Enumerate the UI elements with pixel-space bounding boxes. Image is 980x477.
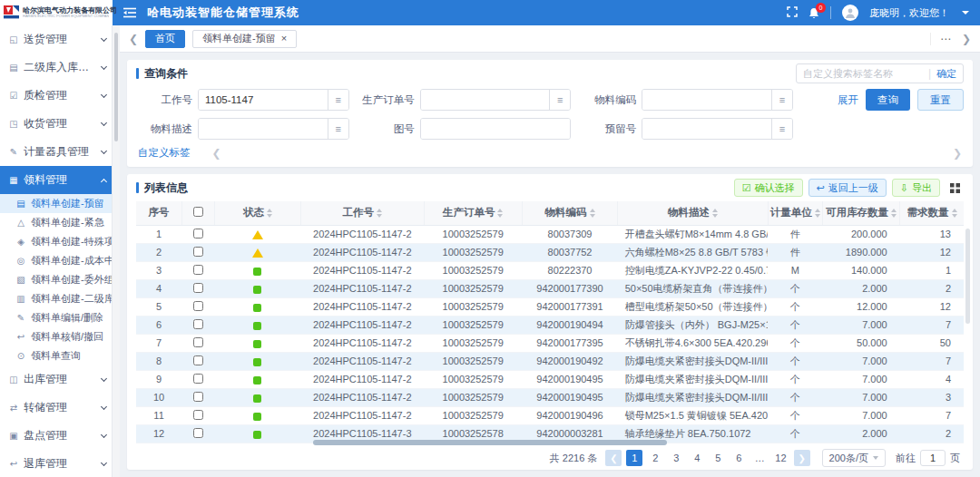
material-code-input[interactable]	[642, 90, 771, 110]
tabs-more-icon[interactable]: ⋯	[940, 33, 951, 45]
sidebar-item[interactable]: ◫出库管理	[0, 365, 112, 394]
sidebar-subitem[interactable]: ↩领料单核销/撤回	[0, 327, 112, 346]
reservation-number-input[interactable]	[642, 119, 771, 139]
table-row[interactable]: 102024HPC1105-1147-210003252579942000190…	[136, 388, 964, 406]
page-button-5[interactable]: 5	[710, 450, 726, 466]
sidebar-subitem[interactable]: ▧领料单创建-委外组件	[0, 270, 112, 289]
row-checkbox[interactable]	[193, 410, 203, 420]
sidebar-item[interactable]: ▣盘点管理	[0, 422, 112, 450]
sort-icon[interactable]	[590, 209, 595, 218]
column-header-order_no[interactable]: 生产订单号	[424, 201, 522, 225]
tag-search-confirm-button[interactable]: 确定	[936, 67, 956, 81]
row-checkbox[interactable]	[193, 265, 203, 275]
sidebar-item[interactable]: ⇄转储管理	[0, 394, 112, 422]
table-row[interactable]: 82024HPC1105-1147-2100032525799420001904…	[136, 352, 964, 370]
sidebar-scrollbar-thumb[interactable]	[114, 33, 118, 141]
sort-icon[interactable]	[267, 209, 272, 218]
sidebar-collapse-icon[interactable]	[123, 7, 136, 18]
column-header-unit[interactable]: 计量单位	[768, 201, 822, 225]
sidebar-subitem[interactable]: ⊙领料单查询	[0, 346, 112, 365]
filter-icon[interactable]: ≡	[771, 90, 792, 110]
sidebar-subitem[interactable]: ✎领料单编辑/删除	[0, 308, 112, 327]
prev-page-button[interactable]: ❮	[605, 450, 622, 466]
tags-scroll-left-icon[interactable]: ❮	[212, 147, 221, 160]
column-settings-icon[interactable]	[946, 179, 964, 197]
row-checkbox[interactable]	[193, 392, 203, 402]
work-number-input[interactable]	[199, 90, 328, 110]
sidebar-item[interactable]: ▦领料管理	[0, 166, 112, 194]
row-checkbox[interactable]	[193, 247, 203, 257]
sort-icon[interactable]	[815, 209, 820, 218]
row-checkbox[interactable]	[193, 355, 203, 365]
notification-bell-icon[interactable]: 0	[808, 7, 819, 19]
table-row[interactable]: 72024HPC1105-1147-2100032525799420001773…	[136, 334, 964, 352]
table-vertical-scrollbar[interactable]	[965, 229, 970, 324]
back-to-parent-button[interactable]: ↩返回上一级	[808, 179, 887, 197]
user-menu-caret-icon[interactable]	[962, 11, 969, 15]
column-header-material_code[interactable]: 物料编码	[522, 201, 617, 225]
sidebar-item[interactable]: ▤二级库入库通知单	[0, 54, 112, 82]
more-pages-button[interactable]: …	[751, 450, 768, 466]
user-greeting[interactable]: 庞晓明，欢迎您！	[869, 6, 949, 20]
row-checkbox[interactable]	[193, 337, 203, 347]
page-button-2[interactable]: 2	[647, 450, 663, 466]
tab-close-icon[interactable]: ×	[281, 34, 287, 44]
sidebar-subitem[interactable]: △领料单创建-紧急	[0, 213, 112, 232]
sort-icon[interactable]	[952, 209, 957, 218]
tabs-scroll-right-icon[interactable]: ❯	[962, 33, 971, 45]
sort-icon[interactable]	[377, 209, 382, 218]
page-button-12[interactable]: 12	[772, 450, 789, 466]
column-header-status[interactable]: 状态	[214, 201, 300, 225]
filter-icon[interactable]: ≡	[328, 119, 348, 139]
sidebar-subitem[interactable]: ◈领料单创建-特殊项目	[0, 232, 112, 251]
row-checkbox[interactable]	[193, 301, 203, 311]
table-row[interactable]: 92024HPC1105-1147-2100032525799420001904…	[136, 370, 964, 388]
row-checkbox[interactable]	[193, 283, 203, 293]
tag-search-input[interactable]	[803, 68, 923, 79]
table-row[interactable]: 42024HPC1105-1147-2100032525799420001773…	[136, 279, 964, 297]
drawing-number-input[interactable]	[421, 119, 571, 139]
row-checkbox[interactable]	[193, 229, 203, 238]
sidebar-subitem[interactable]: ▤领料单创建-预留	[0, 194, 112, 213]
sort-icon[interactable]	[712, 209, 718, 218]
table-row[interactable]: 112024HPC1105-1147-210003252579942000190…	[136, 406, 964, 424]
column-header-material_desc[interactable]: 物料描述	[618, 201, 769, 225]
row-checkbox[interactable]	[193, 374, 203, 384]
fullscreen-icon[interactable]	[787, 6, 798, 20]
sidebar-item[interactable]: ☑质检管理	[0, 82, 112, 110]
page-size-select[interactable]: 200条/页	[822, 449, 886, 467]
filter-icon[interactable]: ≡	[328, 90, 348, 110]
column-header-stock_qty[interactable]: 可用库存数量	[822, 201, 899, 225]
reset-button[interactable]: 重置	[917, 89, 964, 111]
page-button-3[interactable]: 3	[668, 450, 684, 466]
page-button-1[interactable]: 1	[626, 450, 642, 466]
sidebar-subitem[interactable]: ◎领料单创建-成本中心	[0, 251, 112, 270]
table-horizontal-scrollbar[interactable]	[313, 440, 667, 445]
sidebar-scrollbar[interactable]	[113, 25, 120, 477]
tab-home[interactable]: 首页	[145, 30, 185, 48]
page-button-4[interactable]: 4	[689, 450, 705, 466]
row-checkbox[interactable]	[193, 428, 203, 438]
table-row[interactable]: 32024HPC1105-1147-21000325257980222370控制…	[136, 261, 964, 279]
table-row[interactable]: 22024HPC1105-1147-21000325257980037752六角…	[136, 243, 964, 261]
user-avatar[interactable]	[842, 5, 858, 21]
confirm-selection-button[interactable]: ☑确认选择	[734, 179, 803, 197]
production-order-input[interactable]	[421, 90, 550, 110]
material-desc-input[interactable]	[199, 119, 328, 139]
next-page-button[interactable]: ❯	[794, 450, 810, 466]
sort-icon[interactable]	[891, 209, 897, 218]
filter-icon[interactable]: ≡	[549, 90, 570, 110]
row-checkbox[interactable]	[193, 319, 203, 329]
table-row[interactable]: 12024HPC1105-1147-21000325257980037309开槽…	[136, 225, 964, 243]
select-all-checkbox[interactable]	[193, 207, 203, 217]
expand-link[interactable]: 展开	[838, 93, 858, 107]
tabs-scroll-left-icon[interactable]: ❮	[129, 33, 138, 45]
export-button[interactable]: ⇩导出	[892, 179, 940, 197]
column-header-demand_qty[interactable]: 需求数量	[900, 201, 964, 225]
search-button[interactable]: 查询	[866, 89, 910, 111]
column-header-work_no[interactable]: 工作号	[301, 201, 424, 225]
tab-material-requisition-reserve[interactable]: 领料单创建-预留 ×	[192, 30, 297, 48]
sidebar-item[interactable]: ◳收货管理	[0, 110, 112, 138]
tags-scroll-right-icon[interactable]: ❯	[953, 147, 962, 160]
goto-page-input[interactable]	[920, 450, 946, 466]
